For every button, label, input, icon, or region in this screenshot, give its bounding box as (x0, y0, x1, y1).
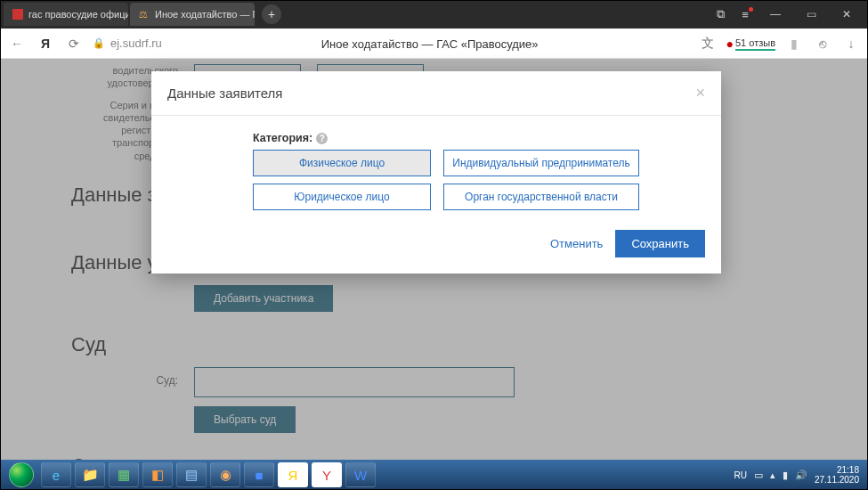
taskbar-yandex-icon[interactable]: Я (278, 462, 308, 487)
tab-1-title: гас правосудие официаль (28, 9, 128, 20)
category-gov-body[interactable]: Орган государственной власти (443, 184, 639, 210)
browser-titlebar: гас правосудие официаль ⚖ Иное ходатайст… (0, 0, 868, 29)
translate-icon[interactable]: 文 (698, 34, 718, 53)
page-title: Иное ходатайство — ГАС «Правосудие» (321, 37, 539, 51)
reviews-badge[interactable]: ● 51 отзыв (726, 37, 775, 51)
save-button[interactable]: Сохранить (615, 230, 705, 257)
system-tray: RU ▭ ▴ ▮ 🔊 21:18 27.11.2020 (734, 465, 863, 485)
clock-time: 21:18 (815, 465, 859, 475)
category-individual[interactable]: Физическое лицо (253, 150, 431, 176)
tray-up-icon[interactable]: ▴ (770, 470, 775, 481)
start-button[interactable] (5, 461, 37, 488)
taskbar-yandex-alt-icon[interactable]: Y (312, 462, 342, 487)
download-icon[interactable]: ↓ (841, 34, 861, 53)
taskbar-media-icon[interactable]: ◉ (210, 462, 240, 487)
tab-1-favicon (12, 9, 23, 20)
taskbar: e 📁 ▦ ◧ ▤ ◉ ■ Я Y W RU ▭ ▴ ▮ 🔊 21:18 27.… (0, 460, 868, 490)
tray-flag-icon[interactable]: ▭ (754, 470, 763, 481)
sync-icon[interactable]: ⧉ (708, 2, 733, 27)
modal-title: Данные заявителя (167, 86, 695, 101)
taskbar-ie-icon[interactable]: e (41, 462, 71, 487)
category-entrepreneur[interactable]: Индивидуальный предприниматель (443, 150, 639, 176)
category-legal-entity[interactable]: Юридическое лицо (253, 184, 431, 210)
modal-close-icon[interactable]: × (695, 84, 705, 102)
url-display[interactable]: 🔒 ej.sudrf.ru (93, 37, 162, 50)
window-close-button[interactable]: ✕ (829, 2, 864, 27)
window-maximize-button[interactable]: ▭ (793, 2, 829, 27)
bookmark-icon[interactable]: ▮ (784, 34, 804, 53)
help-icon[interactable]: ? (316, 133, 328, 144)
taskbar-word-icon[interactable]: W (345, 462, 376, 487)
applicant-modal: Данные заявителя × Категория: ? Физическ… (151, 71, 721, 274)
taskbar-excel-icon[interactable]: ▦ (109, 462, 139, 487)
taskbar-app-2-icon[interactable]: ▤ (176, 462, 207, 487)
tray-volume-icon[interactable]: 🔊 (795, 470, 807, 481)
tab-1[interactable]: гас правосудие официаль (4, 3, 128, 26)
tab-2-favicon: ⚖ (139, 9, 150, 20)
window-minimize-button[interactable]: — (758, 2, 793, 27)
tray-network-icon[interactable]: ▮ (783, 470, 788, 481)
language-indicator[interactable]: RU (734, 470, 746, 480)
tab-2-title: Иное ходатайство — ГА (155, 9, 255, 20)
back-button[interactable]: ← (7, 34, 27, 53)
taskbar-explorer-icon[interactable]: 📁 (75, 462, 105, 487)
reload-button[interactable]: ⟳ (64, 34, 84, 53)
category-label: Категория: ? (253, 132, 705, 144)
notification-icon[interactable]: ≡ (733, 2, 758, 27)
new-tab-button[interactable]: + (262, 4, 281, 24)
clock-date: 27.11.2020 (815, 475, 859, 485)
taskbar-app-1-icon[interactable]: ◧ (142, 462, 173, 487)
taskbar-zoom-icon[interactable]: ■ (244, 462, 274, 487)
extension-icon[interactable]: ⎋ (813, 34, 832, 53)
cancel-button[interactable]: Отменить (550, 237, 603, 250)
url-text: ej.sudrf.ru (110, 37, 162, 50)
lock-icon: 🔒 (93, 37, 105, 49)
clock[interactable]: 21:18 27.11.2020 (815, 465, 863, 485)
tab-2-active[interactable]: ⚖ Иное ходатайство — ГА × (130, 3, 255, 26)
yandex-home-button[interactable]: Я (36, 34, 55, 53)
address-bar: ← Я ⟳ 🔒 ej.sudrf.ru Иное ходатайство — Г… (0, 29, 868, 59)
